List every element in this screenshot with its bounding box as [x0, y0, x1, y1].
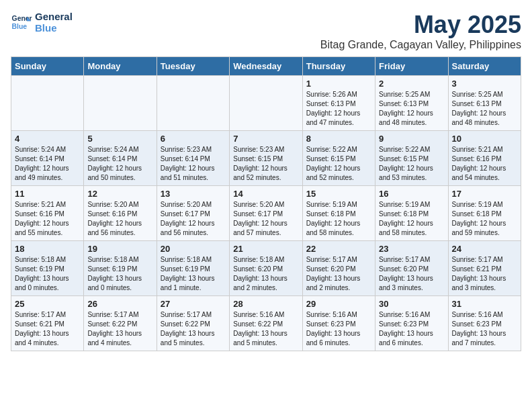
day-info: Sunrise: 5:20 AM Sunset: 6:17 PM Dayligh… — [161, 200, 226, 238]
calendar-week-row: 1Sunrise: 5:26 AM Sunset: 6:13 PM Daylig… — [11, 76, 521, 131]
calendar-cell: 22Sunrise: 5:17 AM Sunset: 6:20 PM Dayli… — [302, 241, 375, 296]
day-info: Sunrise: 5:23 AM Sunset: 6:14 PM Dayligh… — [161, 145, 226, 183]
day-info: Sunrise: 5:18 AM Sunset: 6:20 PM Dayligh… — [233, 255, 298, 293]
calendar-cell: 23Sunrise: 5:17 AM Sunset: 6:20 PM Dayli… — [375, 241, 448, 296]
day-number: 15 — [306, 189, 371, 199]
day-number: 22 — [306, 244, 371, 254]
calendar-cell: 26Sunrise: 5:17 AM Sunset: 6:22 PM Dayli… — [84, 296, 157, 351]
day-number: 31 — [452, 299, 517, 309]
weekday-header-thursday: Thursday — [302, 57, 375, 76]
calendar-cell: 16Sunrise: 5:19 AM Sunset: 6:18 PM Dayli… — [375, 186, 448, 241]
day-number: 8 — [306, 134, 371, 144]
calendar-cell: 2Sunrise: 5:25 AM Sunset: 6:13 PM Daylig… — [375, 76, 448, 131]
calendar-cell: 20Sunrise: 5:18 AM Sunset: 6:19 PM Dayli… — [157, 241, 229, 296]
calendar-week-row: 4Sunrise: 5:24 AM Sunset: 6:14 PM Daylig… — [11, 131, 521, 186]
day-number: 2 — [379, 79, 444, 89]
title-block: May 2025 Bitag Grande, Cagayan Valley, P… — [320, 11, 521, 51]
day-number: 28 — [233, 299, 298, 309]
calendar-table: SundayMondayTuesdayWednesdayThursdayFrid… — [11, 56, 521, 351]
day-number: 13 — [161, 189, 226, 199]
calendar-cell: 15Sunrise: 5:19 AM Sunset: 6:18 PM Dayli… — [302, 186, 375, 241]
day-number: 23 — [379, 244, 444, 254]
weekday-header-friday: Friday — [375, 57, 448, 76]
logo-icon: General Blue — [11, 11, 32, 33]
weekday-header-row: SundayMondayTuesdayWednesdayThursdayFrid… — [11, 57, 521, 76]
calendar-cell: 6Sunrise: 5:23 AM Sunset: 6:14 PM Daylig… — [157, 131, 229, 186]
calendar-cell: 10Sunrise: 5:21 AM Sunset: 6:16 PM Dayli… — [448, 131, 521, 186]
calendar-cell: 13Sunrise: 5:20 AM Sunset: 6:17 PM Dayli… — [157, 186, 229, 241]
day-number: 18 — [15, 244, 80, 254]
day-info: Sunrise: 5:17 AM Sunset: 6:20 PM Dayligh… — [306, 255, 371, 293]
day-number: 12 — [87, 189, 152, 199]
day-info: Sunrise: 5:16 AM Sunset: 6:23 PM Dayligh… — [306, 310, 371, 348]
calendar-title: May 2025 — [320, 11, 521, 39]
calendar-cell — [230, 76, 302, 131]
day-info: Sunrise: 5:18 AM Sunset: 6:19 PM Dayligh… — [161, 255, 226, 293]
day-info: Sunrise: 5:17 AM Sunset: 6:22 PM Dayligh… — [161, 310, 226, 348]
weekday-header-wednesday: Wednesday — [230, 57, 302, 76]
calendar-cell: 14Sunrise: 5:20 AM Sunset: 6:17 PM Dayli… — [230, 186, 302, 241]
day-info: Sunrise: 5:16 AM Sunset: 6:23 PM Dayligh… — [452, 310, 517, 348]
calendar-week-row: 18Sunrise: 5:18 AM Sunset: 6:19 PM Dayli… — [11, 241, 521, 296]
calendar-cell: 3Sunrise: 5:25 AM Sunset: 6:13 PM Daylig… — [448, 76, 521, 131]
calendar-cell: 5Sunrise: 5:24 AM Sunset: 6:14 PM Daylig… — [84, 131, 157, 186]
calendar-cell: 29Sunrise: 5:16 AM Sunset: 6:23 PM Dayli… — [302, 296, 375, 351]
day-info: Sunrise: 5:19 AM Sunset: 6:18 PM Dayligh… — [379, 200, 444, 238]
weekday-header-monday: Monday — [84, 57, 157, 76]
calendar-cell: 9Sunrise: 5:22 AM Sunset: 6:15 PM Daylig… — [375, 131, 448, 186]
calendar-cell — [157, 76, 229, 131]
calendar-cell: 31Sunrise: 5:16 AM Sunset: 6:23 PM Dayli… — [448, 296, 521, 351]
day-info: Sunrise: 5:19 AM Sunset: 6:18 PM Dayligh… — [452, 200, 517, 238]
day-number: 25 — [15, 299, 80, 309]
day-info: Sunrise: 5:23 AM Sunset: 6:15 PM Dayligh… — [233, 145, 298, 183]
day-number: 19 — [87, 244, 152, 254]
day-info: Sunrise: 5:18 AM Sunset: 6:19 PM Dayligh… — [15, 255, 80, 293]
calendar-cell: 7Sunrise: 5:23 AM Sunset: 6:15 PM Daylig… — [230, 131, 302, 186]
page-header: General Blue General Blue May 2025 Bitag… — [11, 11, 521, 51]
weekday-header-saturday: Saturday — [448, 57, 521, 76]
day-number: 29 — [306, 299, 371, 309]
day-number: 4 — [15, 134, 80, 144]
calendar-cell: 25Sunrise: 5:17 AM Sunset: 6:21 PM Dayli… — [11, 296, 84, 351]
calendar-cell — [11, 76, 84, 131]
calendar-subtitle: Bitag Grande, Cagayan Valley, Philippine… — [320, 39, 521, 51]
day-number: 20 — [161, 244, 226, 254]
calendar-cell: 17Sunrise: 5:19 AM Sunset: 6:18 PM Dayli… — [448, 186, 521, 241]
day-info: Sunrise: 5:17 AM Sunset: 6:22 PM Dayligh… — [87, 310, 152, 348]
svg-text:Blue: Blue — [12, 23, 28, 30]
day-number: 7 — [233, 134, 298, 144]
day-number: 17 — [452, 189, 517, 199]
day-info: Sunrise: 5:17 AM Sunset: 6:21 PM Dayligh… — [15, 310, 80, 348]
day-number: 16 — [379, 189, 444, 199]
calendar-cell: 11Sunrise: 5:21 AM Sunset: 6:16 PM Dayli… — [11, 186, 84, 241]
logo: General Blue General Blue — [11, 11, 73, 34]
day-number: 9 — [379, 134, 444, 144]
calendar-week-row: 11Sunrise: 5:21 AM Sunset: 6:16 PM Dayli… — [11, 186, 521, 241]
day-number: 5 — [87, 134, 152, 144]
day-info: Sunrise: 5:19 AM Sunset: 6:18 PM Dayligh… — [306, 200, 371, 238]
day-info: Sunrise: 5:25 AM Sunset: 6:13 PM Dayligh… — [379, 90, 444, 128]
calendar-cell: 19Sunrise: 5:18 AM Sunset: 6:19 PM Dayli… — [84, 241, 157, 296]
day-info: Sunrise: 5:20 AM Sunset: 6:16 PM Dayligh… — [87, 200, 152, 238]
day-info: Sunrise: 5:22 AM Sunset: 6:15 PM Dayligh… — [379, 145, 444, 183]
day-number: 3 — [452, 79, 517, 89]
logo-blue: Blue — [35, 22, 73, 34]
day-number: 6 — [161, 134, 226, 144]
day-info: Sunrise: 5:20 AM Sunset: 6:17 PM Dayligh… — [233, 200, 298, 238]
calendar-cell — [84, 76, 157, 131]
day-number: 26 — [87, 299, 152, 309]
day-number: 24 — [452, 244, 517, 254]
day-info: Sunrise: 5:26 AM Sunset: 6:13 PM Dayligh… — [306, 90, 371, 128]
logo-general: General — [35, 11, 73, 22]
day-info: Sunrise: 5:16 AM Sunset: 6:23 PM Dayligh… — [379, 310, 444, 348]
day-number: 27 — [161, 299, 226, 309]
day-number: 10 — [452, 134, 517, 144]
day-info: Sunrise: 5:18 AM Sunset: 6:19 PM Dayligh… — [87, 255, 152, 293]
day-info: Sunrise: 5:25 AM Sunset: 6:13 PM Dayligh… — [452, 90, 517, 128]
calendar-cell: 28Sunrise: 5:16 AM Sunset: 6:22 PM Dayli… — [230, 296, 302, 351]
day-number: 21 — [233, 244, 298, 254]
calendar-cell: 4Sunrise: 5:24 AM Sunset: 6:14 PM Daylig… — [11, 131, 84, 186]
day-info: Sunrise: 5:21 AM Sunset: 6:16 PM Dayligh… — [15, 200, 80, 238]
day-number: 14 — [233, 189, 298, 199]
day-info: Sunrise: 5:17 AM Sunset: 6:21 PM Dayligh… — [452, 255, 517, 293]
